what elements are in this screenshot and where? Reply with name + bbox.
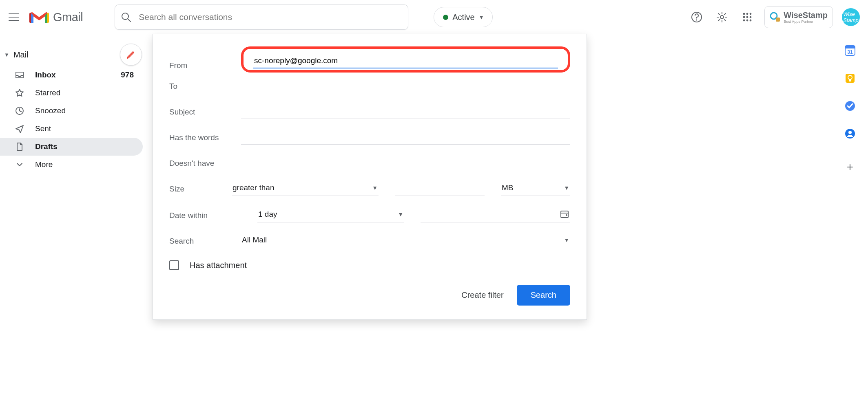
side-panel: 31 +: [838, 45, 862, 174]
search-icon: [121, 12, 131, 22]
row-search-in: Search All Mail ▼: [169, 235, 570, 248]
header-bar: Gmail Active ▼: [0, 0, 868, 34]
label-date-within: Date within: [169, 211, 241, 222]
checkbox-icon: [169, 260, 179, 270]
file-icon: [15, 142, 24, 152]
label-size: Size: [169, 185, 215, 196]
status-label: Active: [452, 13, 474, 22]
keep-app[interactable]: [844, 73, 856, 84]
from-highlight: [241, 46, 570, 73]
doesnt-have-input[interactable]: [241, 157, 570, 170]
inbox-icon: [15, 70, 24, 80]
add-app-button[interactable]: +: [847, 161, 853, 174]
has-attachment-checkbox[interactable]: Has attachment: [169, 260, 570, 270]
nav-snoozed[interactable]: Snoozed: [0, 102, 143, 120]
svg-point-8: [746, 16, 748, 18]
nav-starred[interactable]: Starred: [0, 84, 143, 102]
tasks-app[interactable]: [844, 100, 856, 112]
nav-label: Inbox: [35, 70, 56, 79]
apps-button[interactable]: [739, 9, 755, 25]
svg-point-7: [743, 16, 745, 18]
gear-icon: [716, 11, 728, 23]
gmail-logo[interactable]: Gmail: [29, 10, 83, 24]
sidebar-section-header: ▼ Mail: [0, 43, 147, 66]
svg-point-2: [696, 20, 697, 21]
from-input[interactable]: [253, 55, 558, 68]
caret-down-icon: ▼: [479, 14, 484, 20]
sidebar: ▼ Mail Inbox 978 Starred Snoozed Sent Dr…: [0, 39, 147, 418]
row-has-words: Has the words: [169, 131, 570, 145]
label-search-in: Search: [169, 237, 241, 248]
caret-down-icon[interactable]: ▼: [4, 52, 9, 58]
calendar-icon: [560, 209, 569, 219]
date-value-field[interactable]: [421, 208, 570, 222]
svg-point-11: [746, 20, 748, 22]
svg-point-9: [750, 16, 752, 18]
label-subject: Subject: [169, 108, 241, 119]
contacts-icon: [844, 128, 856, 139]
search-input[interactable]: [139, 12, 402, 22]
wisestamp-name: WiseStamp: [784, 11, 828, 20]
account-avatar[interactable]: WiseStamp: [842, 8, 860, 26]
settings-button[interactable]: [714, 9, 730, 25]
send-icon: [15, 124, 24, 134]
nav-inbox[interactable]: Inbox 978: [0, 66, 143, 84]
svg-rect-16: [561, 211, 568, 218]
caret-down-icon: ▼: [564, 185, 569, 191]
main-menu-button[interactable]: [4, 7, 24, 27]
svg-point-3: [720, 15, 724, 19]
pencil-icon: [126, 49, 136, 60]
svg-point-6: [750, 13, 752, 15]
caret-down-icon: ▼: [564, 237, 569, 243]
subject-input[interactable]: [241, 106, 570, 119]
size-unit-value: MB: [502, 183, 514, 192]
panel-actions: Create filter Search: [169, 285, 570, 306]
date-within-select[interactable]: 1 day ▼: [257, 209, 404, 222]
svg-point-5: [746, 13, 748, 15]
row-to: To: [169, 80, 570, 93]
create-filter-button[interactable]: Create filter: [461, 290, 503, 300]
svg-point-10: [743, 20, 745, 22]
star-icon: [15, 88, 24, 98]
svg-point-26: [848, 131, 852, 134]
calendar-app[interactable]: 31: [844, 45, 856, 56]
compose-button[interactable]: [120, 44, 142, 66]
nav-sent[interactable]: Sent: [0, 120, 143, 138]
has-words-input[interactable]: [241, 131, 570, 145]
caret-down-icon: ▼: [372, 185, 378, 191]
help-icon: [691, 11, 702, 23]
svg-rect-23: [849, 79, 851, 81]
has-attachment-label: Has attachment: [190, 261, 247, 270]
svg-rect-19: [845, 46, 855, 48]
label-to: To: [169, 82, 241, 93]
status-dot-icon: [443, 15, 448, 20]
date-within-value: 1 day: [258, 210, 277, 219]
search-button[interactable]: Search: [517, 285, 570, 306]
nav-label: Starred: [35, 88, 60, 97]
size-op-select[interactable]: greater than ▼: [232, 183, 379, 196]
contacts-app[interactable]: [844, 128, 856, 139]
svg-rect-14: [776, 18, 780, 22]
wisestamp-extension[interactable]: WiseStamp Best Apps Partner: [764, 6, 833, 28]
search-in-select[interactable]: All Mail ▼: [241, 235, 570, 248]
status-chip[interactable]: Active ▼: [434, 7, 492, 27]
size-value-input[interactable]: [395, 183, 485, 196]
size-op-value: greater than: [232, 183, 274, 192]
search-in-value: All Mail: [242, 235, 267, 244]
sidebar-section-label: Mail: [13, 50, 29, 59]
search-options-panel: From To Subject Has the words Doesn't ha…: [153, 34, 587, 320]
search-bar[interactable]: [115, 4, 408, 30]
row-subject: Subject: [169, 106, 570, 119]
label-has-words: Has the words: [169, 133, 241, 145]
label-from: From: [169, 61, 241, 73]
to-input[interactable]: [241, 80, 570, 93]
nav-label: Drafts: [35, 142, 58, 151]
size-unit-select[interactable]: MB ▼: [501, 183, 570, 196]
nav-label: Sent: [35, 124, 51, 133]
plus-icon: +: [847, 161, 853, 173]
calendar-icon: 31: [844, 45, 856, 56]
nav-drafts[interactable]: Drafts: [0, 138, 143, 156]
apps-grid-icon: [742, 12, 752, 22]
support-button[interactable]: [689, 9, 705, 25]
nav-more[interactable]: More: [0, 156, 143, 174]
